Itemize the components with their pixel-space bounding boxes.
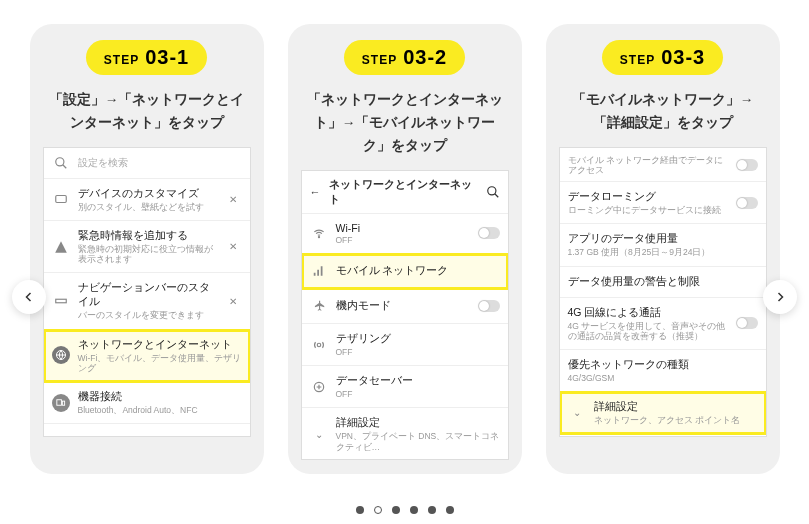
carousel-next-button[interactable] [763,280,797,314]
list-item-advanced[interactable]: ⌄ 詳細設定ネットワーク、アクセス ポイント名 [560,392,766,434]
step-card-1: STEP 03-1 「設定」→「ネットワークとインターネット」をタップ 設定を検… [30,24,264,474]
item-sub: モバイル ネットワーク経由でデータにアクセス [568,155,728,175]
item-sub: OFF [336,347,500,357]
toggle[interactable] [478,227,500,239]
list-item-preferred[interactable]: 優先ネットワークの種類4G/3G/GSM [560,350,766,392]
item-sub: ネットワーク、アクセス ポイント名 [594,415,758,425]
palette-icon [52,190,70,208]
close-icon[interactable]: ✕ [224,292,242,310]
svg-rect-2 [55,196,66,203]
step-number: 03-2 [403,46,447,69]
item-title: データローミング [568,190,728,204]
step-number: 03-3 [661,46,705,69]
item-sub: 緊急時の初期対応に役立つ情報が表示されます [78,244,216,264]
list-item-roaming[interactable]: データローミングローミング中にデータサービスに接続 [560,182,766,224]
dot[interactable] [428,506,436,514]
signal-icon [310,262,328,280]
svg-rect-6 [62,401,64,405]
list-item-limit[interactable]: データ使用量の警告と制限 [560,267,766,298]
chevron-down-icon: ⌄ [568,404,586,422]
dot[interactable] [392,506,400,514]
back-icon[interactable]: ← [310,186,321,198]
instruction-text: 「モバイルネットワーク」→「詳細設定」をタップ [562,89,764,135]
close-icon[interactable]: ✕ [224,190,242,208]
item-title: Wi-Fi [336,222,470,234]
list-item[interactable]: モバイル ネットワーク経由でデータにアクセス [560,148,766,182]
item-sub: 1.37 GB 使用（8月25日～9月24日） [568,247,758,257]
list-item-wifi[interactable]: Wi-FiOFF [302,214,508,254]
step-badge: STEP 03-3 [602,40,723,75]
item-title: ナビゲーションバーのスタイル [78,281,216,309]
item-title: 機内モード [336,299,470,313]
list-item[interactable]: 機器接続Bluetooth、Android Auto、NFC [44,382,250,424]
item-title: デバイスのカスタマイズ [78,187,216,201]
item-title: 緊急時情報を追加する [78,229,216,243]
search-row[interactable]: 設定を検索 [44,148,250,179]
list-item-datasaver[interactable]: データセーバーOFF [302,366,508,408]
dot[interactable] [446,506,454,514]
step-badge: STEP 03-1 [86,40,207,75]
list-item[interactable]: デバイスのカスタマイズ別のスタイル、壁紙などを試す ✕ [44,179,250,221]
carousel-prev-button[interactable] [12,280,46,314]
chevron-down-icon: ⌄ [310,425,328,443]
svg-point-10 [317,343,321,347]
dot[interactable] [410,506,418,514]
svg-rect-5 [57,400,62,406]
search-placeholder: 設定を検索 [78,156,242,170]
list-item-network[interactable]: ネットワークとインターネットWi-Fi、モバイル、データ使用量、テザリング [44,330,250,382]
step-badge: STEP 03-2 [344,40,465,75]
search-icon[interactable] [486,185,500,199]
item-sub: OFF [336,235,470,245]
step-label: STEP [362,53,397,67]
step-number: 03-1 [145,46,189,69]
screen-header: ← ネットワークとインターネット [302,171,508,214]
chevron-right-icon [774,291,786,303]
list-item[interactable]: 緊急時情報を追加する緊急時の初期対応に役立つ情報が表示されます ✕ [44,221,250,273]
item-title: データセーバー [336,374,500,388]
wifi-icon [310,224,328,242]
svg-point-9 [318,237,319,238]
close-icon[interactable]: ✕ [224,238,242,256]
item-sub: VPN、プライベート DNS、スマートコネクティビ… [336,431,500,451]
toggle[interactable] [736,317,758,329]
item-sub: OFF [336,389,500,399]
list-item-tether[interactable]: テザリングOFF [302,324,508,366]
pagination-dots [0,498,809,524]
item-title: 詳細設定 [336,416,500,430]
item-sub: ローミング中にデータサービスに接続 [568,205,728,215]
list-item-advanced[interactable]: ⌄ 詳細設定VPN、プライベート DNS、スマートコネクティビ… [302,408,508,459]
header-title: ネットワークとインターネット [329,177,478,207]
toggle[interactable] [736,197,758,209]
phone-screenshot-3: モバイル ネットワーク経由でデータにアクセス データローミングローミング中にデー… [559,147,767,437]
list-item[interactable]: ナビゲーションバーのスタイルバーのスタイルを変更できます ✕ [44,273,250,329]
item-title: データ使用量の警告と制限 [568,275,758,289]
item-title: テザリング [336,332,500,346]
tether-icon [310,336,328,354]
alert-icon [52,238,70,256]
svg-point-0 [55,158,63,166]
item-title: 4G 回線による通話 [568,306,728,320]
nav-icon [52,292,70,310]
toggle[interactable] [478,300,500,312]
item-title: ネットワークとインターネット [78,338,242,352]
dot[interactable] [356,506,364,514]
list-item-airplane[interactable]: 機内モード [302,289,508,324]
plane-icon [310,297,328,315]
svg-line-1 [62,165,66,169]
list-item-mobile-network[interactable]: モバイル ネットワーク [302,254,508,289]
dot-active[interactable] [374,506,382,514]
step-card-2: STEP 03-2 「ネットワークとインターネット」→「モバイルネットワーク」を… [288,24,522,474]
globe-icon [52,346,70,364]
item-sub: バーのスタイルを変更できます [78,310,216,320]
carousel: STEP 03-1 「設定」→「ネットワークとインターネット」をタップ 設定を検… [0,0,809,498]
item-title: 詳細設定 [594,400,758,414]
list-item-usage[interactable]: アプリのデータ使用量1.37 GB 使用（8月25日～9月24日） [560,224,766,266]
chevron-left-icon [23,291,35,303]
item-title: 機器接続 [78,390,242,404]
item-title: 優先ネットワークの種類 [568,358,758,372]
list-item-4g[interactable]: 4G 回線による通話4G サービスを使用して、音声やその他の通話の品質を改善する… [560,298,766,350]
phone-screenshot-2: ← ネットワークとインターネット Wi-FiOFF モバイル ネットワーク 機内… [301,170,509,460]
step-label: STEP [620,53,655,67]
toggle[interactable] [736,159,758,171]
svg-rect-3 [55,299,66,303]
